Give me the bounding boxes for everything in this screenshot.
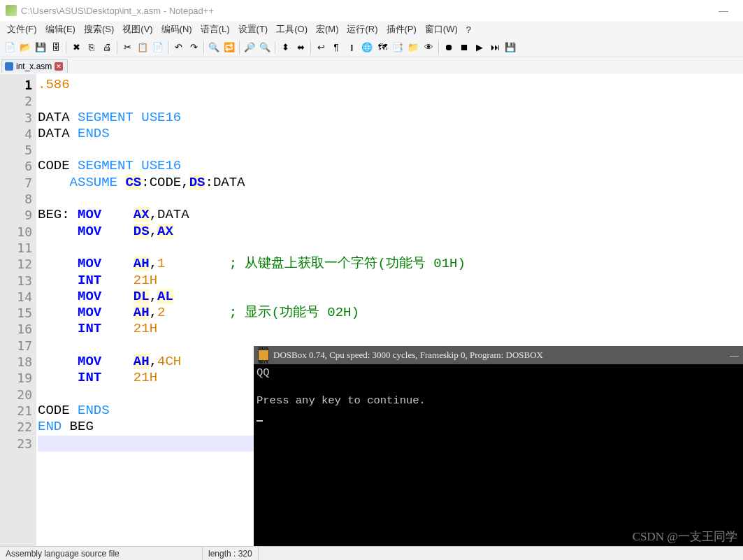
code-line[interactable]: .586	[38, 77, 743, 93]
line-number: 9	[0, 207, 32, 223]
title-bar: C:\Users\ASUS\Desktop\int_x.asm - Notepa…	[0, 0, 743, 21]
line-gutter: 1234567891011121314151617181920212223	[0, 74, 36, 547]
menu-item[interactable]: 宏(M)	[312, 22, 343, 37]
line-number: 2	[0, 93, 32, 109]
line-number: 14	[0, 289, 32, 305]
sync-h-icon[interactable]: ⬌	[294, 41, 308, 55]
zoom-out-icon[interactable]: 🔍	[258, 41, 272, 55]
file-tab[interactable]: int_x.asm ✕	[1, 59, 68, 73]
sync-v-icon[interactable]: ⬍	[278, 41, 292, 55]
print-icon[interactable]: 🖨	[100, 41, 114, 55]
status-lang: Assembly language source file	[0, 547, 203, 560]
tab-close-icon[interactable]: ✕	[55, 62, 63, 71]
play-icon[interactable]: ▶	[473, 41, 486, 55]
dosbox-output[interactable]: QQ Press any key to continue.	[254, 364, 743, 423]
menu-item[interactable]: 编辑(E)	[41, 22, 80, 37]
menu-item[interactable]: 工具(O)	[272, 22, 312, 37]
stop-icon[interactable]: ⏹	[457, 41, 471, 55]
code-line[interactable]	[38, 93, 743, 109]
line-number: 12	[0, 256, 32, 272]
line-number: 20	[0, 387, 32, 403]
line-number: 1	[0, 77, 32, 93]
new-file-icon[interactable]: 📄	[3, 41, 17, 55]
line-number: 5	[0, 142, 32, 158]
code-line[interactable]: INT 21H	[38, 321, 743, 337]
doc-map-icon[interactable]: 🗺	[375, 41, 389, 55]
status-bar: Assembly language source file length : 3…	[0, 546, 743, 560]
code-line[interactable]: MOV DL,AL	[38, 289, 743, 305]
undo-icon[interactable]: ↶	[171, 41, 185, 55]
find-icon[interactable]: 🔍	[207, 41, 221, 55]
menu-item[interactable]: 编码(N)	[157, 22, 196, 37]
redo-icon[interactable]: ↷	[187, 41, 201, 55]
cut-icon[interactable]: ✂	[120, 41, 134, 55]
file-status-icon	[5, 62, 13, 71]
code-line[interactable]: INT 21H	[38, 273, 743, 289]
line-number: 17	[0, 338, 32, 354]
dosbox-cursor	[257, 420, 263, 422]
line-number: 8	[0, 191, 32, 207]
menu-bar: 文件(F)编辑(E)搜索(S)视图(V)编码(N)语言(L)设置(T)工具(O)…	[0, 21, 743, 38]
menu-item[interactable]: ?	[462, 23, 475, 36]
replace-icon[interactable]: 🔁	[222, 41, 236, 55]
menu-item[interactable]: 搜索(S)	[80, 22, 118, 37]
status-length: length : 320	[203, 547, 259, 560]
open-file-icon[interactable]: 📂	[18, 41, 32, 55]
app-icon	[6, 5, 17, 16]
close-all-icon[interactable]: ⎘	[85, 41, 99, 55]
dosbox-title-text: DOSBox 0.74, Cpu speed: 3000 cycles, Fra…	[273, 348, 543, 362]
paste-icon[interactable]: 📄	[151, 41, 165, 55]
line-number: 23	[0, 436, 32, 452]
copy-icon[interactable]: 📋	[136, 41, 150, 55]
dosbox-title-bar[interactable]: DOSBOX DOSBox 0.74, Cpu speed: 3000 cycl…	[254, 346, 743, 364]
close-icon[interactable]: ✖	[69, 41, 83, 55]
show-all-icon[interactable]: ¶	[329, 41, 343, 55]
menu-item[interactable]: 语言(L)	[196, 22, 234, 37]
menu-item[interactable]: 视图(V)	[118, 22, 157, 37]
save-all-icon[interactable]: 🗄	[49, 41, 63, 55]
code-line[interactable]: BEG: MOV AX,DATA	[38, 207, 743, 223]
line-number: 19	[0, 370, 32, 386]
save-macro-icon[interactable]: 💾	[503, 41, 517, 55]
code-line[interactable]: MOV AH,2 ; 显示(功能号 02H)	[38, 305, 743, 321]
menu-item[interactable]: 插件(P)	[382, 22, 421, 37]
code-line[interactable]: CODE SEGMENT USE16	[38, 158, 743, 174]
dosbox-icon: DOSBOX	[258, 350, 269, 361]
line-number: 7	[0, 175, 32, 191]
wrap-icon[interactable]: ↩	[314, 41, 328, 55]
code-line[interactable]: DATA ENDS	[38, 126, 743, 142]
code-line[interactable]: MOV AH,1 ; 从键盘上获取一个字符(功能号 01H)	[38, 256, 743, 272]
play-multi-icon[interactable]: ⏭	[488, 41, 502, 55]
func-list-icon[interactable]: 📑	[391, 41, 405, 55]
line-number: 15	[0, 305, 32, 321]
monitor-icon[interactable]: 👁	[421, 41, 435, 55]
code-line[interactable]: DATA SEGMENT USE16	[38, 110, 743, 126]
code-line[interactable]: MOV DS,AX	[38, 224, 743, 240]
record-icon[interactable]: ⏺	[442, 41, 456, 55]
minimize-button[interactable]: —	[709, 5, 737, 16]
line-number: 3	[0, 110, 32, 126]
line-number: 6	[0, 158, 32, 174]
line-number: 4	[0, 126, 32, 142]
indent-guide-icon[interactable]: ⫿	[345, 41, 359, 55]
code-line[interactable]	[38, 240, 743, 256]
code-line[interactable]	[38, 191, 743, 207]
line-number: 13	[0, 273, 32, 289]
dosbox-minimize-button[interactable]: —	[730, 348, 739, 362]
lang-icon[interactable]: 🌐	[360, 41, 374, 55]
line-number: 22	[0, 419, 32, 435]
code-line[interactable]	[38, 142, 743, 158]
line-number: 21	[0, 403, 32, 419]
menu-item[interactable]: 设置(T)	[234, 22, 273, 37]
save-icon[interactable]: 💾	[34, 41, 48, 55]
zoom-in-icon[interactable]: 🔎	[243, 41, 257, 55]
menu-item[interactable]: 文件(F)	[3, 22, 41, 37]
line-number: 10	[0, 224, 32, 240]
watermark: CSDN @一支王同学	[633, 529, 737, 545]
code-line[interactable]: ASSUME CS:CODE,DS:DATA	[38, 175, 743, 191]
folder-icon[interactable]: 📁	[406, 41, 420, 55]
line-number: 11	[0, 240, 32, 256]
menu-item[interactable]: 运行(R)	[342, 22, 382, 37]
toolbar: 📄 📂 💾 🗄 ✖ ⎘ 🖨 ✂ 📋 📄 ↶ ↷ 🔍 🔁 🔎 🔍 ⬍ ⬌ ↩ ¶ …	[0, 38, 743, 57]
menu-item[interactable]: 窗口(W)	[421, 22, 462, 37]
